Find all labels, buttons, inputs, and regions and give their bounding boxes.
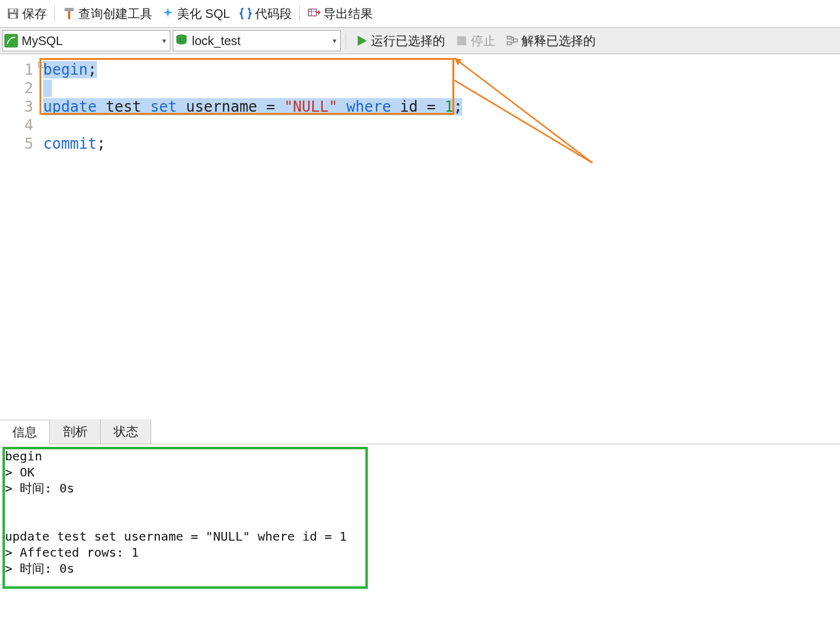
- snippets-label: 代码段: [255, 6, 292, 22]
- run-selected-label: 运行已选择的: [371, 33, 445, 49]
- beautify-sql-button[interactable]: 美化 SQL: [157, 3, 234, 24]
- code-token: "NULL": [284, 98, 338, 115]
- export-results-button[interactable]: 导出结果: [304, 3, 376, 24]
- code-token: =: [426, 98, 444, 115]
- tab-info[interactable]: 信息: [0, 420, 50, 444]
- svg-rect-15: [514, 39, 517, 42]
- svg-rect-13: [507, 36, 511, 39]
- code-token: [338, 98, 346, 115]
- output-text: begin > OK > 时间: 0s update test set user…: [5, 448, 840, 576]
- svg-rect-5: [65, 8, 74, 12]
- explain-selected-button[interactable]: 解释已选择的: [502, 30, 599, 51]
- mysql-icon: [4, 34, 18, 48]
- stop-icon: [455, 34, 468, 48]
- code-area[interactable]: begin; update test set username = "NULL"…: [40, 60, 462, 153]
- svg-rect-6: [308, 9, 316, 16]
- chevron-down-icon: ▾: [333, 36, 336, 45]
- code-token: set: [150, 98, 177, 115]
- svg-rect-3: [14, 10, 15, 12]
- sparkle-icon: [161, 7, 175, 20]
- svg-rect-4: [68, 10, 70, 20]
- code-token: =: [266, 98, 284, 115]
- code-token: ;: [88, 61, 96, 78]
- query-builder-button[interactable]: 查询创建工具: [59, 3, 156, 24]
- explain-selected-label: 解释已选择的: [522, 33, 596, 49]
- code-token: update: [43, 98, 97, 115]
- save-button[interactable]: 保存: [2, 3, 51, 24]
- schema-label: lock_test: [192, 34, 329, 48]
- tab-profiler[interactable]: 剖析: [50, 419, 101, 444]
- output-tabs: 信息 剖析 状态: [0, 420, 840, 444]
- engine-select[interactable]: MySQL ▾: [2, 30, 170, 51]
- database-icon: [175, 34, 188, 48]
- toolbar-separator: [54, 6, 55, 22]
- hammer-icon: [62, 7, 76, 20]
- save-icon: [6, 7, 20, 20]
- output-panel: begin > OK > 时间: 0s update test set user…: [0, 444, 840, 576]
- code-token: commit: [43, 135, 97, 152]
- svg-rect-9: [4, 34, 18, 48]
- export-icon: [307, 7, 321, 20]
- code-token: where: [346, 98, 391, 115]
- toolbar-separator: [346, 33, 346, 49]
- code-token: ;: [97, 135, 106, 152]
- explain-icon: [505, 34, 519, 48]
- code-token: username: [177, 98, 267, 115]
- main-toolbar: 保存 查询创建工具 美化 SQL 代码段 导出结果: [0, 0, 840, 27]
- query-builder-label: 查询创建工具: [78, 6, 152, 22]
- fold-marker[interactable]: [38, 62, 44, 68]
- export-label: 导出结果: [323, 6, 373, 22]
- snippets-button[interactable]: 代码段: [235, 3, 296, 24]
- run-selected-button[interactable]: 运行已选择的: [351, 30, 449, 51]
- code-token: test: [97, 98, 151, 115]
- code-token: id: [391, 98, 427, 115]
- code-token: 1: [444, 98, 453, 115]
- stop-button[interactable]: 停止: [451, 30, 499, 51]
- schema-select[interactable]: lock_test ▾: [173, 30, 341, 51]
- stop-label: 停止: [471, 33, 496, 49]
- tab-status[interactable]: 状态: [101, 419, 151, 444]
- chevron-down-icon: ▾: [162, 36, 166, 45]
- sql-editor[interactable]: 12345 begin; update test set username = …: [0, 54, 840, 420]
- save-label: 保存: [22, 6, 47, 22]
- beautify-label: 美化 SQL: [177, 6, 230, 22]
- svg-rect-2: [10, 14, 15, 18]
- svg-rect-12: [457, 36, 467, 46]
- code-token: begin: [43, 61, 88, 78]
- svg-rect-14: [507, 42, 511, 45]
- engine-label: MySQL: [22, 34, 159, 48]
- action-bar: MySQL ▾ lock_test ▾ 运行已选择的 停止 解释已选择的: [0, 27, 840, 54]
- toolbar-separator: [299, 6, 300, 22]
- line-gutter: 12345: [0, 60, 40, 153]
- play-icon: [355, 34, 368, 48]
- code-token: ;: [454, 98, 462, 115]
- svg-rect-1: [10, 9, 17, 13]
- braces-icon: [239, 7, 252, 20]
